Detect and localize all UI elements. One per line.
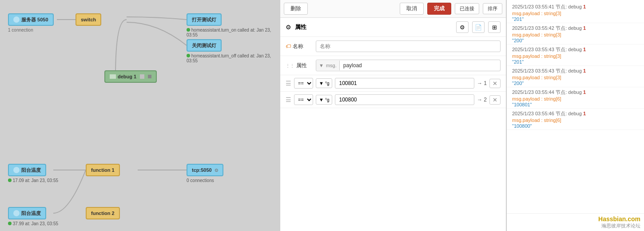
log-value-0: "201" (512, 16, 639, 22)
node-server-label: 服务器 5050 (21, 16, 48, 23)
log-entry-0[interactable]: 2025/1/23 03:55:41 节点: debug 1 msg.paylo… (507, 2, 644, 23)
name-input[interactable] (316, 41, 501, 52)
turn-on-dot (187, 28, 190, 32)
doc-icon-btn[interactable]: 📄 (472, 21, 485, 33)
log-node-4: 节点: debug 1 (556, 89, 586, 95)
name-label: 🏷 名称 (286, 43, 312, 50)
node-debug-icon (110, 74, 116, 79)
attr-prefix: ▼ msg. (316, 61, 340, 70)
layout-icon-btn[interactable]: ⊞ (488, 21, 501, 33)
node-function1-label: function 1 (91, 167, 115, 173)
log-entry-2[interactable]: 2025/1/23 03:55:43 节点: debug 1 msg.paylo… (507, 45, 644, 66)
attr-input-wrap: ▼ msg. payload (316, 60, 501, 71)
node-tcp-label: tcp:5050 (192, 167, 212, 173)
debug-log: 2025/1/23 03:55:41 节点: debug 1 msg.paylo… (507, 0, 644, 213)
log-value-3: "200" (512, 81, 639, 86)
node-server[interactable]: 服务器 5050 (8, 13, 54, 26)
node-debug-sq (140, 74, 144, 79)
node-switch-label: switch (81, 17, 96, 22)
tag-icon: 🏷 (286, 43, 291, 49)
log-value-4: "100801" (512, 102, 639, 107)
rule-op-select-0[interactable]: == != < > (294, 78, 313, 89)
log-time-2: 2025/1/23 03:55:43 (512, 47, 554, 52)
node-server-icon (13, 16, 20, 23)
node-balcony-temp2-label: 阳台温度 (21, 210, 41, 217)
delete-button[interactable]: 删除 (284, 3, 308, 15)
turn-off-dot (187, 54, 190, 57)
node-turn-on-label: 打开测试灯 (192, 16, 216, 23)
log-payload-2: msg.payload : string[3] (512, 53, 639, 59)
rule-handle-0[interactable]: ☰ (286, 80, 291, 87)
flow-canvas[interactable]: 服务器 5050 1 connection switch 打开测试灯 homea… (0, 0, 280, 231)
settings-icon-btn[interactable]: ⚙ (456, 21, 469, 33)
complete-button[interactable]: 完成 (427, 3, 451, 15)
node-function2-label: function 2 (91, 211, 115, 216)
balcony-temp1-icon (13, 167, 20, 173)
rule-del-btn-1[interactable]: ✕ (489, 95, 501, 105)
attr-value: payload (340, 60, 500, 71)
rule-type-btn-0[interactable]: ▼ °g (316, 78, 332, 88)
log-node-0: 节点: debug 1 (556, 4, 586, 9)
cancel-button[interactable]: 取消 (400, 3, 424, 15)
log-entry-1[interactable]: 2025/1/23 03:55:42 节点: debug 1 msg.paylo… (507, 23, 644, 45)
node-switch[interactable]: switch (76, 13, 101, 26)
properties-header: ⚙ 属性 ⚙ 📄 ⊞ (280, 18, 506, 37)
rule-row-0: ☰ == != < > ▼ °g → 1 ✕ (280, 75, 506, 92)
log-entry-5[interactable]: 2025/1/23 03:55:46 节点: debug 1 msg.paylo… (507, 109, 644, 130)
log-payload-5: msg.payload : string[6] (512, 118, 639, 123)
node-balcony-temp2[interactable]: 阳台温度 (8, 207, 46, 219)
log-node-1: 节点: debug 1 (556, 25, 586, 31)
already-check-button[interactable]: 已连接 (455, 3, 479, 14)
log-payload-3: msg.payload : string[3] (512, 75, 639, 80)
gear-icon: ⚙ (286, 24, 291, 31)
node-balcony-temp2-sub: 37.99 at: Jan 23, 03:55 (8, 221, 58, 226)
log-time-5: 2025/1/23 03:55:46 (512, 111, 554, 116)
name-row: 🏷 名称 (280, 37, 506, 56)
log-payload-4: msg.payload : string[6] (512, 96, 639, 101)
node-tcp-sub: 0 connections (187, 178, 214, 183)
hassbian-footer: Hassbian.com 瀚思彼岸技术论坛 (507, 213, 644, 231)
node-balcony-temp1-sub: 17.09 at: Jan 23, 03:55 (8, 178, 58, 183)
rule-del-btn-0[interactable]: ✕ (489, 79, 501, 88)
node-function2[interactable]: function 2 (86, 207, 120, 219)
rule-handle-1[interactable]: ☰ (286, 96, 291, 103)
middle-panel: 删除 取消 完成 已连接 排序 ⚙ 属性 ⚙ 📄 ⊞ 🏷 名称 ⋮⋮ 属性 ▼ … (280, 0, 506, 231)
rule-op-select-1[interactable]: == != < > (294, 94, 313, 105)
node-turn-on[interactable]: 打开测试灯 (187, 13, 222, 26)
log-time-0: 2025/1/23 03:55:41 (512, 4, 554, 9)
dots-icon: ⋮⋮ (286, 63, 294, 68)
log-payload-1: msg.payload : string[3] (512, 32, 639, 37)
top-buttons-bar: 删除 取消 完成 已连接 排序 (280, 0, 506, 18)
log-node-2: 节点: debug 1 (556, 47, 586, 52)
log-node-5: 节点: debug 1 (556, 111, 586, 116)
node-tcp[interactable]: tcp:5050 ⊙ (187, 164, 223, 176)
node-turn-off-sub: homeassistant.turn_off called at: Jan 23… (187, 53, 280, 63)
balcony2-dot (8, 222, 12, 225)
rule-val-input-1[interactable] (335, 94, 474, 105)
attr-row: ⋮⋮ 属性 ▼ msg. payload (280, 56, 506, 75)
hassbian-logo: Hassbian.com (510, 215, 640, 223)
attr-label: ⋮⋮ 属性 (286, 62, 312, 69)
balcony-temp2-icon (13, 210, 20, 216)
log-node-3: 节点: debug 1 (556, 68, 586, 73)
log-entry-3[interactable]: 2025/1/23 03:55:43 节点: debug 1 msg.paylo… (507, 66, 644, 87)
log-time-1: 2025/1/23 03:55:42 (512, 25, 554, 31)
node-function1[interactable]: function 1 (86, 164, 120, 176)
rule-row-1: ☰ == != < > ▼ °g → 2 ✕ (280, 92, 506, 108)
node-turn-on-sub: homeassistant.turn_on called at: Jan 23,… (187, 28, 280, 37)
rule-arrow-0: → 1 (477, 80, 487, 86)
node-server-sub: 1 connection (8, 28, 33, 32)
rule-val-input-0[interactable] (335, 78, 474, 89)
rule-arrow-1: → 2 (477, 97, 487, 103)
node-balcony-temp1[interactable]: 阳台温度 (8, 164, 46, 176)
log-time-4: 2025/1/23 03:55:44 (512, 89, 554, 95)
sort-button[interactable]: 排序 (483, 3, 502, 14)
node-turn-off-label: 关闭测试灯 (192, 42, 216, 49)
node-debug[interactable]: debug 1 (104, 70, 157, 83)
node-turn-off[interactable]: 关闭测试灯 (187, 39, 222, 52)
log-entry-4[interactable]: 2025/1/23 03:55:44 节点: debug 1 msg.paylo… (507, 87, 644, 109)
log-value-1: "200" (512, 38, 639, 43)
balcony1-dot (8, 178, 12, 182)
hassbian-sub: 瀚思彼岸技术论坛 (510, 223, 640, 229)
rule-type-btn-1[interactable]: ▼ °g (316, 95, 332, 105)
